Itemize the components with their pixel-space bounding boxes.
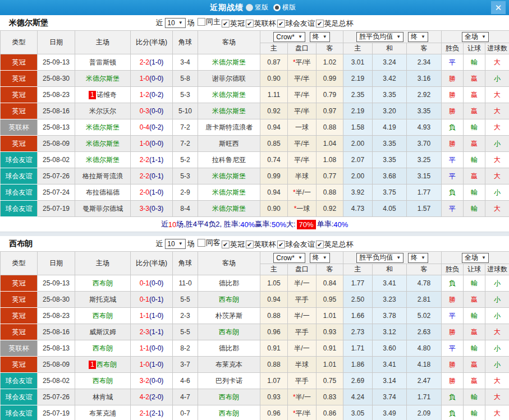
- cell-match-type: 英联杯: [1, 340, 38, 357]
- cell-match-type: 英冠: [1, 103, 38, 119]
- cell-handicap: 半/一: [288, 340, 317, 357]
- cell-match-type: 英冠: [1, 87, 38, 103]
- table-body: 英冠25-09-13普雷斯顿2-2(1-0)3-4米德尔斯堡0.87*平/半1.…: [1, 54, 509, 217]
- radio-vertical-label[interactable]: 竖版: [255, 3, 268, 12]
- cell-match-type: 英冠: [1, 292, 38, 308]
- cell-handicap-result: 輸: [464, 340, 485, 357]
- away-team-name: 西布朗: [219, 393, 239, 401]
- away-team-name: 西布朗: [219, 328, 239, 336]
- odds-final-select[interactable]: 终▼: [310, 32, 330, 42]
- competition-checkbox[interactable]: ✔英足总杯: [316, 239, 354, 250]
- cell-match-type: 球会友谊: [1, 405, 38, 420]
- competition-checkbox[interactable]: ✔球会友谊: [277, 239, 315, 250]
- cell-home-team: 米德尔斯堡: [75, 119, 131, 136]
- cell-away-team: 布莱克本: [198, 357, 260, 373]
- odds-final-select[interactable]: 终▼: [310, 253, 330, 263]
- cell-match-type: 英冠: [1, 357, 38, 373]
- full-time-score: 3-2: [140, 377, 149, 385]
- cell-odds-away: 1.02: [317, 54, 343, 71]
- same-venue-checkbox[interactable]: 同客: [198, 238, 221, 248]
- match-row: 球会友谊25-08-02米德尔斯堡2-2(1-1)5-2拉科鲁尼亚0.74平/半…: [1, 152, 509, 168]
- cell-result: 勝: [442, 324, 464, 340]
- away-team-name: 米德尔斯堡: [212, 107, 246, 115]
- sub-column-header: 盘口: [288, 43, 317, 54]
- competition-checkbox[interactable]: ✔英冠: [222, 19, 245, 29]
- competition-checkbox[interactable]: ✔球会友谊: [277, 19, 315, 29]
- cell-corners: 11-0: [173, 275, 198, 292]
- away-team-name: 朴茨茅斯: [215, 312, 242, 320]
- checked-checkbox-icon: ✔: [246, 241, 254, 248]
- match-count-select[interactable]: 10 ▼: [164, 18, 185, 28]
- odds-source-select[interactable]: Crow*▼: [273, 253, 305, 263]
- radio-horizontal-version[interactable]: [273, 4, 281, 11]
- close-icon[interactable]: ✕: [491, 1, 506, 14]
- cell-odds-home: 0.94: [260, 184, 288, 201]
- scope-select[interactable]: 全场▼: [462, 32, 489, 42]
- sub-column-header: 主: [260, 264, 288, 275]
- cell-odds-home: 0.92: [260, 103, 288, 119]
- cell-mean-home: 2.07: [343, 152, 373, 168]
- match-count-select[interactable]: 10 ▼: [164, 239, 185, 249]
- competition-checkbox[interactable]: ✔英足总杯: [316, 19, 354, 29]
- match-row: 球会友谊25-07-19布莱克浦2-1(2-1)0-7西布朗0.96*平/半0.…: [1, 405, 509, 420]
- cell-score: 2-2(1-1): [131, 152, 173, 168]
- mean-final-select[interactable]: 终▼: [408, 253, 428, 263]
- cell-odds-home: 0.96: [260, 405, 288, 420]
- cell-match-type: 球会友谊: [1, 201, 38, 217]
- cell-mean-draw: 3.49: [373, 405, 407, 420]
- handicap-text: 一球: [295, 123, 309, 131]
- cell-handicap: 平/半: [288, 71, 317, 87]
- cell-goals-result: 小: [485, 308, 509, 324]
- cell-handicap-result: 贏: [464, 168, 485, 184]
- checkbox-label: 球会友谊: [286, 239, 315, 250]
- checkbox-label: 英足总杯: [324, 239, 354, 250]
- cell-goals-result: 小: [485, 357, 509, 373]
- cell-date: 25-09-13: [38, 275, 75, 292]
- mean-final-select[interactable]: 终▼: [408, 32, 428, 42]
- matches-table: 类型日期主场比分(半场)角球客场Crow*▼终▼胜平负均值▼终▼全场▼主盘口客主…: [0, 251, 509, 420]
- handicap-text: 半球: [295, 172, 309, 180]
- scope-select[interactable]: 全场▼: [462, 253, 489, 263]
- rank-badge: 1: [89, 361, 96, 369]
- cell-result: 勝: [442, 71, 464, 87]
- away-team-name: 米德尔斯堡: [212, 91, 246, 99]
- cell-corners: 7-2: [173, 136, 198, 152]
- cell-home-team: 1诺维奇: [75, 87, 131, 103]
- mean-odds-select[interactable]: 胜平负均值▼: [356, 253, 403, 263]
- competition-checkbox[interactable]: ✔英联杯: [246, 239, 276, 250]
- cell-mean-away: 2.47: [407, 373, 442, 389]
- full-time-score: 0-4: [140, 123, 149, 131]
- cell-date: 25-08-23: [38, 308, 75, 324]
- cell-handicap-result: 輸: [464, 119, 485, 136]
- competition-checkbox[interactable]: ✔英联杯: [246, 19, 276, 29]
- column-header: 主场: [75, 31, 131, 54]
- full-time-score: 2-2: [140, 58, 149, 66]
- cell-score: 0-1(0-1): [131, 292, 173, 308]
- cell-away-team: 西布朗: [198, 292, 260, 308]
- odds-source-select[interactable]: Crow*▼: [273, 32, 305, 42]
- cell-handicap: 半/一: [288, 308, 317, 324]
- cell-mean-home: 1.71: [343, 340, 373, 357]
- competition-checkbox[interactable]: ✔英冠: [222, 239, 245, 250]
- cell-odds-away: 0.97: [317, 103, 343, 119]
- checked-checkbox-icon: ✔: [316, 241, 324, 248]
- select-wrap: 全场▼: [442, 32, 509, 42]
- cell-odds-away: 0.77: [317, 168, 343, 184]
- radio-vertical-version[interactable]: [246, 4, 253, 11]
- radio-horizontal-label[interactable]: 横版: [282, 3, 296, 12]
- same-venue-checkbox[interactable]: 同主: [198, 17, 221, 27]
- cell-mean-draw: 3.78: [373, 308, 407, 324]
- cell-odds-away: 0.93: [317, 324, 343, 340]
- cell-corners: 4-6: [173, 373, 198, 389]
- filter-checkboxes: 同客✔英冠✔英联杯✔球会友谊✔英足总杯: [196, 238, 354, 250]
- cell-score: 3-3(0-3): [131, 201, 173, 217]
- team-section: 米德尔斯堡 近 10 ▼ 场 同主✔英冠✔英联杯✔球会友谊✔英足总杯 类型日期主…: [0, 15, 509, 232]
- chevron-down-icon: ▼: [178, 241, 183, 246]
- cell-score: 3-2(0-0): [131, 373, 173, 389]
- away-team-name: 拉科鲁尼亚: [212, 156, 246, 164]
- mean-odds-select[interactable]: 胜平负均值▼: [356, 32, 403, 42]
- match-count-value: 10: [167, 19, 175, 27]
- handicap-text: 半/一: [294, 279, 309, 287]
- match-row: 球会友谊25-08-02西布朗3-2(0-0)4-6巴列卡诺1.07平手0.75…: [1, 373, 509, 389]
- away-team-name: 米德尔斯堡: [212, 188, 246, 196]
